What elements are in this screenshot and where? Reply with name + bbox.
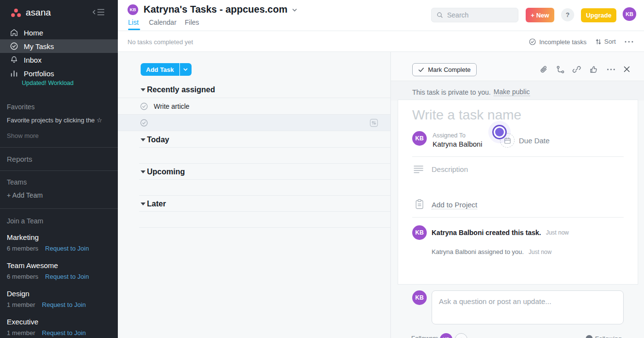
- reorder-icon[interactable]: [370, 118, 378, 127]
- sidebar-item-inbox[interactable]: Inbox: [0, 53, 118, 67]
- more-actions-icon[interactable]: [606, 65, 616, 74]
- asana-logo[interactable]: asana: [11, 7, 51, 18]
- section-header-upcoming[interactable]: Upcoming: [147, 168, 185, 176]
- more-options-icon[interactable]: [624, 38, 634, 45]
- filter-label: Incomplete tasks: [539, 38, 587, 46]
- add-task-button[interactable]: Add Task: [141, 63, 179, 76]
- add-follower-button[interactable]: +: [455, 333, 467, 338]
- today-rows: [139, 147, 390, 164]
- task-check-icon[interactable]: [140, 102, 148, 111]
- tab-files[interactable]: Files: [185, 18, 199, 26]
- user-avatar[interactable]: KB: [623, 7, 636, 21]
- sidebar-item-reports[interactable]: Reports: [7, 155, 32, 163]
- due-date-label: Due Date: [519, 136, 549, 145]
- section-collapse-icon[interactable]: [141, 88, 145, 91]
- team-members: 1 member: [7, 329, 35, 337]
- follower-avatar[interactable]: KB: [440, 333, 452, 338]
- team-name[interactable]: Design: [7, 289, 30, 298]
- show-more-link[interactable]: Show more: [7, 132, 39, 139]
- sidebar-item-label: Portfolios: [24, 69, 54, 78]
- assignee-avatar[interactable]: KB: [412, 131, 427, 146]
- followers-label: Followers: [411, 335, 438, 338]
- sidebar-item-label: My Tasks: [24, 42, 54, 51]
- comment-input[interactable]: Ask a question or post an update...: [432, 290, 624, 324]
- cursor-dot: [495, 128, 504, 136]
- team-name[interactable]: Team Awesome: [7, 261, 58, 270]
- asana-logo-icon: [11, 8, 21, 17]
- comment-placeholder: Ask a question or post an update...: [439, 297, 551, 305]
- completed-status: No tasks completed yet: [128, 38, 193, 46]
- sort-icon: [595, 38, 602, 45]
- request-to-join-link[interactable]: Request to Join: [45, 245, 89, 252]
- bell-icon: [10, 55, 18, 64]
- section-collapse-icon[interactable]: [141, 203, 145, 205]
- activity-entry: Katryna Balboni created this task. Just …: [432, 229, 569, 237]
- check-circle-icon: [529, 38, 536, 46]
- section-header-today[interactable]: Today: [147, 135, 169, 144]
- sidebar-item-my-tasks[interactable]: My Tasks: [0, 39, 118, 53]
- title-caret-icon[interactable]: [291, 7, 298, 13]
- task-row-selected[interactable]: [118, 115, 390, 131]
- tab-active-underline: [128, 29, 140, 30]
- mark-complete-button[interactable]: Mark Complete: [412, 63, 477, 76]
- activity-avatar: KB: [412, 225, 427, 240]
- subtask-icon[interactable]: [556, 65, 564, 74]
- sort-button[interactable]: Sort: [595, 38, 616, 45]
- help-button[interactable]: ?: [561, 8, 574, 21]
- sidebar-item-home[interactable]: Home: [0, 26, 118, 39]
- sidebar-collapse-button[interactable]: [91, 8, 106, 18]
- comment-avatar: KB: [412, 290, 427, 305]
- new-button[interactable]: + New: [526, 8, 554, 22]
- recently-assigned-rows: Write article: [118, 98, 390, 131]
- add-task-dropdown-button[interactable]: [180, 63, 192, 76]
- close-icon[interactable]: [623, 65, 631, 73]
- search-placeholder: Search: [447, 11, 468, 19]
- task-title-input[interactable]: Write a task name: [412, 107, 521, 123]
- tab-calendar[interactable]: Calendar: [149, 18, 177, 26]
- tab-list[interactable]: List: [128, 18, 139, 26]
- privacy-text: This task is private to you.: [412, 88, 491, 96]
- activity-time: Just now: [529, 249, 551, 255]
- sidebar-item-portfolios[interactable]: Portfolios: [0, 67, 118, 80]
- activity-text: Katryna Balboni assigned to you.: [432, 248, 524, 255]
- following-label[interactable]: Following: [595, 335, 622, 338]
- team-members: 1 member: [7, 301, 35, 308]
- team-name[interactable]: Marketing: [7, 233, 39, 241]
- add-team-button[interactable]: + Add Team: [7, 191, 43, 199]
- section-collapse-icon[interactable]: [141, 170, 145, 173]
- request-to-join-link[interactable]: Request to Join: [42, 329, 86, 337]
- assignee-name[interactable]: Katryna Balboni: [433, 140, 482, 148]
- task-row[interactable]: Write article: [118, 98, 390, 115]
- page-title[interactable]: Katryna's Tasks - appcues.com: [144, 4, 288, 15]
- workspace-avatar[interactable]: KB: [128, 4, 138, 15]
- upcoming-rows: [139, 179, 390, 196]
- team-meta: 1 member Request to Join: [7, 329, 86, 337]
- sidebar-portfolios-badge[interactable]: Updated! Workload: [22, 80, 74, 86]
- sidebar-item-label: Inbox: [24, 56, 42, 64]
- activity-time: Just now: [546, 229, 569, 236]
- request-to-join-link[interactable]: Request to Join: [45, 273, 89, 280]
- add-to-project-label: Add to Project: [432, 201, 477, 209]
- upgrade-button[interactable]: Upgrade: [581, 8, 616, 22]
- following-icon: [586, 335, 593, 338]
- link-icon[interactable]: [572, 65, 581, 74]
- like-icon[interactable]: [589, 65, 598, 74]
- task-check-icon[interactable]: [140, 118, 148, 127]
- description-icon: [414, 165, 423, 173]
- filter-incomplete-tasks[interactable]: Incomplete tasks: [529, 38, 587, 46]
- section-header-recently-assigned[interactable]: Recently assigned: [147, 85, 215, 94]
- team-members: 6 members: [7, 273, 38, 280]
- add-to-project-link[interactable]: Add to Project: [432, 201, 477, 209]
- team-name[interactable]: Executive: [7, 318, 38, 326]
- favorites-hint: Favorite projects by clicking the ☆: [7, 117, 102, 124]
- task-name[interactable]: Write article: [154, 102, 190, 110]
- teams-header: Teams: [7, 178, 27, 186]
- section-collapse-icon[interactable]: [141, 138, 145, 141]
- request-to-join-link[interactable]: Request to Join: [42, 301, 86, 308]
- section-header-later[interactable]: Later: [147, 200, 166, 208]
- attach-icon[interactable]: [539, 65, 548, 74]
- description-input[interactable]: Description: [432, 165, 468, 173]
- make-public-link[interactable]: Make public: [494, 88, 530, 96]
- team-meta: 6 members Request to Join: [7, 245, 89, 252]
- search-input[interactable]: Search: [431, 8, 518, 22]
